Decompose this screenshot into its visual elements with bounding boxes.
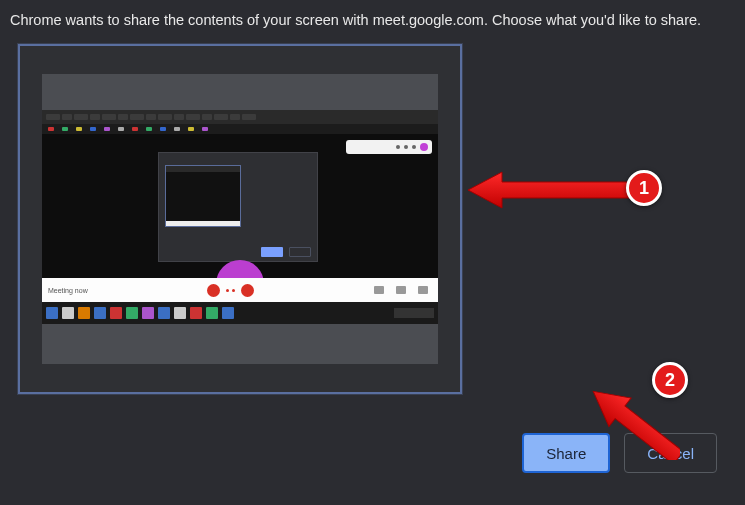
svg-marker-1 bbox=[590, 388, 680, 460]
annotation-callout-1: 1 bbox=[626, 170, 662, 206]
share-prompt-text: Chrome wants to share the contents of yo… bbox=[10, 10, 701, 30]
preview-floating-pill bbox=[346, 140, 432, 154]
preview-windows-taskbar bbox=[42, 302, 438, 324]
annotation-arrow-2 bbox=[590, 388, 680, 460]
preview-page-content: Meeting now bbox=[42, 134, 438, 324]
annotation-number-2: 2 bbox=[665, 370, 675, 391]
preview-letterbox-top bbox=[42, 74, 438, 110]
screen-preview: Meeting now bbox=[42, 74, 438, 364]
svg-marker-0 bbox=[468, 172, 630, 208]
annotation-arrow-1 bbox=[468, 168, 630, 212]
annotation-callout-2: 2 bbox=[652, 362, 688, 398]
preview-browser-tabs bbox=[42, 110, 438, 124]
preview-bookmarks-bar bbox=[42, 124, 438, 134]
annotation-number-1: 1 bbox=[639, 178, 649, 199]
screen-thumbnail-option[interactable]: Meeting now bbox=[18, 44, 462, 394]
preview-meet-toolbar: Meeting now bbox=[42, 278, 438, 302]
preview-nested-share-dialog bbox=[158, 152, 318, 262]
preview-meet-label: Meeting now bbox=[48, 287, 88, 294]
preview-letterbox-bottom bbox=[42, 324, 438, 364]
